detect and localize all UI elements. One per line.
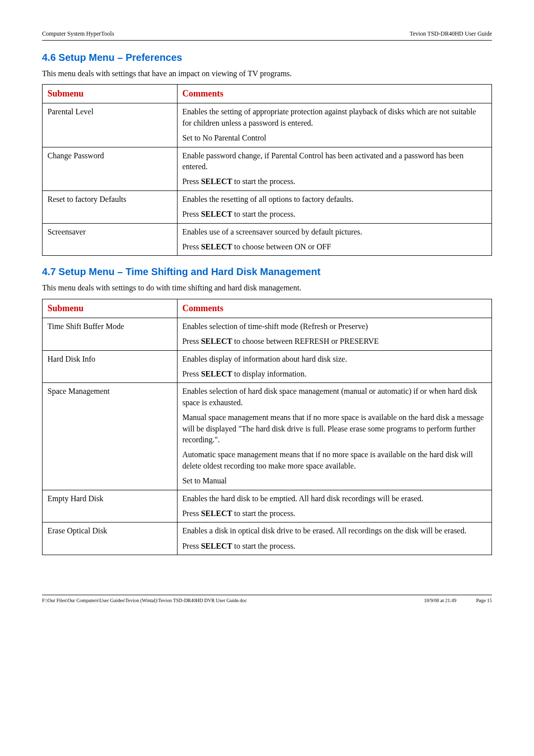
table-row: Change Password Enable password change, … <box>43 147 492 190</box>
comment-text: Press SELECT to display information. <box>182 369 487 379</box>
comment-text: Enables selection of hard disk space man… <box>182 386 487 408</box>
col-header-submenu: Submenu <box>43 85 178 103</box>
submenu-cell: Hard Disk Info <box>43 350 178 383</box>
table-row: Erase Optical Disk Enables a disk in opt… <box>43 522 492 555</box>
section-intro-preferences: This menu deals with settings that have … <box>42 68 492 79</box>
submenu-cell: Erase Optical Disk <box>43 522 178 555</box>
comment-text: Press SELECT to choose between REFRESH o… <box>182 336 487 347</box>
table-header-row: Submenu Comments <box>43 299 492 318</box>
page-header: Computer System HyperTools Tevion TSD-DR… <box>42 30 492 41</box>
footer-path: F:\Our Files\Our Computers\User Guides\T… <box>42 597 404 604</box>
comment-text: Enables the setting of appropriate prote… <box>182 106 487 129</box>
comment-text: Manual space management means that if no… <box>182 412 487 445</box>
table-row: Time Shift Buffer Mode Enables selection… <box>43 318 492 350</box>
comment-text: Press SELECT to choose between ON or OFF <box>182 241 487 252</box>
submenu-cell: Parental Level <box>43 103 178 147</box>
comment-text: Automatic space management means that if… <box>182 449 487 472</box>
col-header-comments: Comments <box>177 85 491 103</box>
header-right: Tevion TSD-DR40HD User Guide <box>409 30 492 38</box>
table-row: Reset to factory Defaults Enables the re… <box>43 190 492 223</box>
comments-cell: Enables the hard disk to be emptied. All… <box>177 490 491 522</box>
comments-cell: Enables the resetting of all options to … <box>177 190 491 223</box>
comment-text: Enables selection of time-shift mode (Re… <box>182 321 487 332</box>
comment-text: Enable password change, if Parental Cont… <box>182 150 487 173</box>
comment-text: Press SELECT to start the process. <box>182 176 487 187</box>
comments-cell: Enables a disk in optical disk drive to … <box>177 522 491 555</box>
comment-text: Enables display of information about har… <box>182 354 487 365</box>
table-row: Space Management Enables selection of ha… <box>43 383 492 490</box>
header-left: Computer System HyperTools <box>42 30 114 38</box>
comment-text: Enables the hard disk to be emptied. All… <box>182 493 487 504</box>
comment-text: Enables the resetting of all options to … <box>182 194 487 205</box>
preferences-table: Submenu Comments Parental Level Enables … <box>42 84 492 256</box>
submenu-cell: Change Password <box>43 147 178 190</box>
comment-text: Enables a disk in optical disk drive to … <box>182 525 487 536</box>
table-row: Parental Level Enables the setting of ap… <box>43 103 492 147</box>
section-heading-preferences: 4.6 Setup Menu – Preferences <box>42 50 492 64</box>
submenu-cell: Screensaver <box>43 223 178 256</box>
section-intro-timeshift: This menu deals with settings to do with… <box>42 283 492 293</box>
submenu-cell: Time Shift Buffer Mode <box>43 318 178 350</box>
table-row: Hard Disk Info Enables display of inform… <box>43 350 492 383</box>
comment-text: Press SELECT to start the process. <box>182 508 487 519</box>
comments-cell: Enable password change, if Parental Cont… <box>177 147 491 190</box>
submenu-cell: Space Management <box>43 383 178 490</box>
table-row: Screensaver Enables use of a screensaver… <box>43 223 492 256</box>
comments-cell: Enables use of a screensaver sourced by … <box>177 223 491 256</box>
footer-date: 18/9/08 at 21:49 <box>424 597 456 604</box>
comments-cell: Enables display of information about har… <box>177 350 491 383</box>
comment-text: Press SELECT to start the process. <box>182 541 487 552</box>
footer-page: Page 15 <box>476 597 492 604</box>
comment-text: Set to No Parental Control <box>182 133 487 143</box>
col-header-comments: Comments <box>177 299 491 318</box>
table-header-row: Submenu Comments <box>43 85 492 103</box>
submenu-cell: Reset to factory Defaults <box>43 190 178 223</box>
col-header-submenu: Submenu <box>43 299 178 318</box>
comment-text: Set to Manual <box>182 475 487 486</box>
table-row: Empty Hard Disk Enables the hard disk to… <box>43 490 492 522</box>
comments-cell: Enables selection of hard disk space man… <box>177 383 491 490</box>
submenu-cell: Empty Hard Disk <box>43 490 178 522</box>
page-footer: F:\Our Files\Our Computers\User Guides\T… <box>42 595 492 604</box>
comments-cell: Enables the setting of appropriate prote… <box>177 103 491 147</box>
comments-cell: Enables selection of time-shift mode (Re… <box>177 318 491 350</box>
timeshift-table: Submenu Comments Time Shift Buffer Mode … <box>42 299 492 555</box>
comment-text: Press SELECT to start the process. <box>182 209 487 220</box>
section-heading-timeshift: 4.7 Setup Menu – Time Shifting and Hard … <box>42 265 492 279</box>
comment-text: Enables use of a screensaver sourced by … <box>182 227 487 237</box>
